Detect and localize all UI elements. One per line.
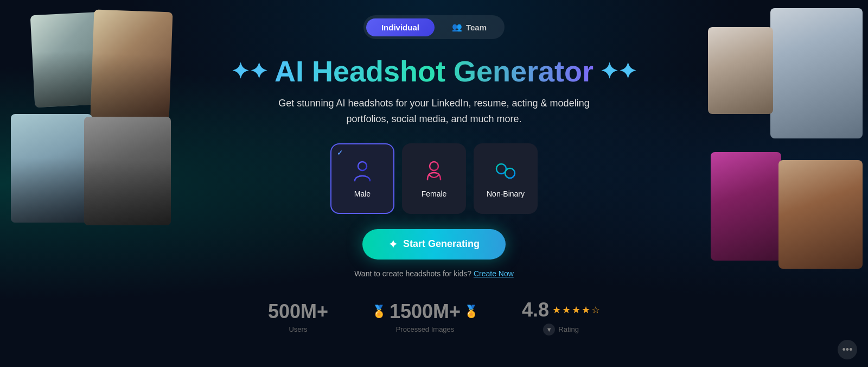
kids-create-link[interactable]: Create Now (474, 269, 514, 278)
title-text: AI Headshot Generator (275, 54, 593, 88)
hero-subtitle: Get stunning AI headshots for your Linke… (271, 96, 597, 127)
rating-sub-label: ▼ Rating (543, 324, 579, 336)
main-content: Individual 👥 Team ✦✦ AI Headshot Generat… (0, 0, 868, 336)
stat-rating: 4.8 ★ ★ ★ ★ ☆ ▼ Rating (522, 299, 600, 336)
images-label: Processed Images (396, 325, 455, 333)
team-label: Team (466, 23, 487, 32)
male-label: Male (354, 189, 371, 198)
nonbinary-label: Non-Binary (487, 189, 525, 198)
male-icon (350, 159, 374, 183)
sparkle-right-icon: ✦✦ (600, 59, 637, 84)
gender-card-nonbinary[interactable]: Non-Binary (474, 143, 538, 214)
start-generating-button[interactable]: ✦ Start Generating (362, 229, 506, 260)
kids-promo: Want to create headshots for kids? Creat… (354, 269, 514, 278)
start-generating-label: Start Generating (403, 238, 480, 250)
laurel-right-icon: 🏅 (464, 305, 478, 319)
female-label: Female (422, 189, 447, 198)
svg-point-3 (505, 168, 515, 178)
stat-users: 500M+ Users (268, 300, 328, 333)
more-options-button[interactable]: ••• (838, 340, 857, 359)
individual-toggle-btn[interactable]: Individual (366, 18, 435, 36)
sparkle-left-icon: ✦✦ (231, 59, 268, 84)
star-3-icon: ★ (572, 304, 580, 316)
plan-toggle: Individual 👥 Team (363, 15, 505, 39)
images-number: 1500M+ (390, 300, 461, 323)
svg-point-0 (358, 162, 367, 170)
rating-badge: ▼ (543, 324, 555, 336)
svg-point-1 (430, 162, 438, 170)
gender-card-male[interactable]: Male (330, 143, 394, 214)
team-toggle-btn[interactable]: 👥 Team (437, 18, 502, 36)
laurel-left-icon: 🏅 (372, 305, 386, 319)
gender-selector: Male Female (330, 143, 538, 214)
gender-card-female[interactable]: Female (402, 143, 466, 214)
star-2-icon: ★ (562, 304, 571, 316)
wand-icon: ✦ (388, 238, 398, 251)
users-label: Users (289, 325, 307, 333)
star-1-icon: ★ (552, 304, 561, 316)
stat-images: 🏅 1500M+ 🏅 Processed Images (372, 300, 478, 333)
female-icon (422, 159, 446, 183)
star-4-icon: ★ (582, 304, 590, 316)
stats-bar: 500M+ Users 🏅 1500M+ 🏅 Processed Images … (268, 299, 600, 336)
kids-text-label: Want to create headshots for kids? (354, 269, 471, 278)
team-icon: 👥 (452, 22, 462, 32)
rating-label: Rating (558, 325, 579, 333)
star-half-icon: ☆ (591, 304, 600, 316)
rating-number: 4.8 (522, 299, 549, 321)
users-number: 500M+ (268, 300, 328, 323)
star-rating: ★ ★ ★ ★ ☆ (552, 304, 600, 316)
nonbinary-icon (494, 159, 518, 183)
page-title: ✦✦ AI Headshot Generator ✦✦ (231, 54, 637, 88)
